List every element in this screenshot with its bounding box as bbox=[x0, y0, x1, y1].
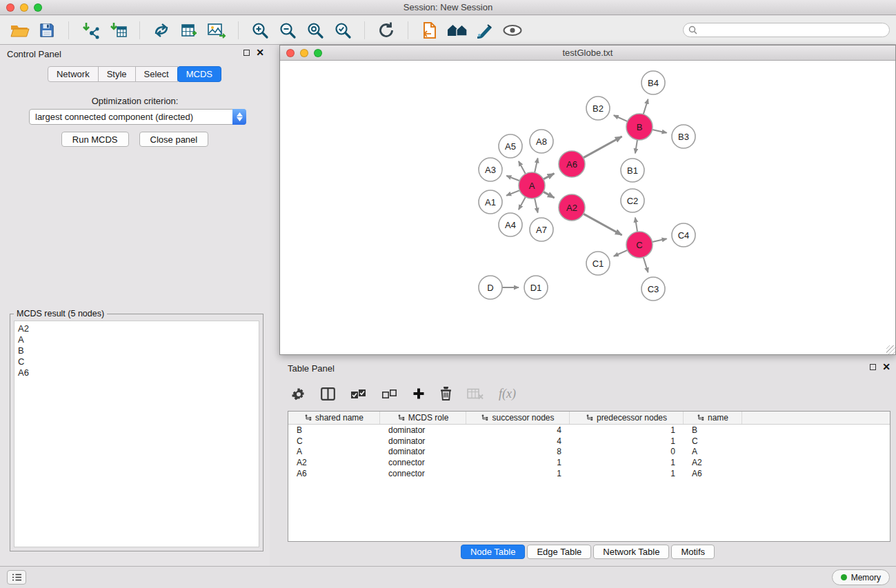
zoom-fit-button[interactable] bbox=[303, 19, 327, 42]
node-C3[interactable]: C3 bbox=[641, 277, 665, 301]
cell-name[interactable]: A6 bbox=[684, 469, 742, 478]
edge-A-A3[interactable] bbox=[506, 176, 519, 181]
save-session-button[interactable] bbox=[35, 19, 59, 42]
import-network-button[interactable] bbox=[79, 19, 102, 42]
zoom-out-button[interactable] bbox=[276, 19, 299, 42]
cell-successor-nodes[interactable]: 1 bbox=[466, 469, 570, 478]
tab-node-table[interactable]: Node Table bbox=[461, 545, 526, 559]
edge-A-A2[interactable] bbox=[544, 192, 555, 198]
node-B[interactable]: B bbox=[626, 114, 653, 140]
run-mcds-button[interactable]: Run MCDS bbox=[61, 132, 129, 147]
edge-B-B3[interactable] bbox=[653, 130, 667, 133]
node-A6[interactable]: A6 bbox=[559, 151, 585, 177]
tab-edge-table[interactable]: Edge Table bbox=[527, 545, 591, 559]
network-window-titlebar[interactable]: testGlobe.txt bbox=[280, 45, 895, 61]
node-C[interactable]: C bbox=[626, 232, 653, 258]
zoom-button[interactable] bbox=[314, 49, 322, 57]
zoom-button[interactable] bbox=[34, 3, 42, 12]
table-row-A2[interactable]: A2connector11A2 bbox=[288, 457, 890, 468]
column-visibility-button[interactable] bbox=[321, 387, 335, 401]
cell-mcds-role[interactable]: dominator bbox=[380, 447, 466, 456]
tab-style[interactable]: Style bbox=[98, 66, 136, 82]
minimize-button[interactable] bbox=[300, 49, 308, 57]
tab-network[interactable]: Network bbox=[48, 66, 99, 82]
task-history-button[interactable] bbox=[7, 570, 26, 585]
show-hide-button[interactable] bbox=[501, 19, 524, 42]
table-row-C[interactable]: Cdominator41C bbox=[288, 436, 890, 447]
node-B3[interactable]: B3 bbox=[672, 125, 695, 148]
edge-A-A8[interactable] bbox=[535, 158, 538, 172]
cell-successor-nodes[interactable]: 1 bbox=[466, 458, 570, 467]
memory-button[interactable]: Memory bbox=[832, 569, 890, 585]
zoom-in-button[interactable] bbox=[248, 19, 272, 42]
edge-A2-C[interactable] bbox=[584, 214, 622, 235]
cell-mcds-role[interactable]: dominator bbox=[380, 425, 466, 435]
edge-A-A7[interactable] bbox=[535, 199, 538, 213]
node-A1[interactable]: A1 bbox=[479, 190, 502, 214]
cell-name[interactable]: A bbox=[684, 447, 742, 456]
cell-shared-name[interactable]: C bbox=[288, 436, 380, 446]
node-C1[interactable]: C1 bbox=[586, 252, 610, 275]
node-A4[interactable]: A4 bbox=[499, 213, 522, 236]
cell-name[interactable]: C bbox=[684, 436, 742, 446]
close-panel-icon[interactable]: ✕ bbox=[256, 49, 264, 56]
float-panel-icon[interactable] bbox=[870, 364, 876, 370]
tab-mcds[interactable]: MCDS bbox=[177, 66, 221, 82]
node-B4[interactable]: B4 bbox=[641, 71, 665, 94]
minimize-button[interactable] bbox=[20, 3, 28, 12]
edge-C-C2[interactable] bbox=[635, 218, 637, 232]
node-A[interactable]: A bbox=[519, 172, 545, 199]
column-header-name[interactable]: name bbox=[684, 412, 742, 424]
cell-shared-name[interactable]: B bbox=[288, 425, 380, 435]
column-header-successor-nodes[interactable]: successor nodes bbox=[466, 412, 570, 424]
cell-predecessor-nodes[interactable]: 1 bbox=[570, 458, 684, 467]
cell-successor-nodes[interactable]: 4 bbox=[466, 425, 570, 435]
node-A7[interactable]: A7 bbox=[530, 218, 553, 241]
mcds-result-list[interactable]: A2ABCA6 bbox=[14, 321, 259, 547]
node-A8[interactable]: A8 bbox=[530, 130, 553, 153]
node-A2[interactable]: A2 bbox=[559, 194, 585, 221]
table-row-A6[interactable]: A6connector11A6 bbox=[288, 468, 890, 479]
cell-successor-nodes[interactable]: 8 bbox=[466, 447, 570, 456]
cell-predecessor-nodes[interactable]: 1 bbox=[570, 469, 684, 478]
delete-table-button[interactable] bbox=[467, 388, 484, 400]
cell-name[interactable]: A2 bbox=[684, 458, 742, 467]
result-item-A2[interactable]: A2 bbox=[18, 323, 255, 334]
new-table-button[interactable] bbox=[177, 19, 201, 42]
dropdown-stepper-icon[interactable] bbox=[232, 109, 246, 125]
node-C4[interactable]: C4 bbox=[672, 223, 695, 247]
edge-A-A1[interactable] bbox=[506, 190, 519, 196]
edge-B-B2[interactable] bbox=[614, 115, 628, 121]
cell-mcds-role[interactable]: dominator bbox=[380, 436, 466, 446]
open-recent-file-button[interactable] bbox=[418, 19, 441, 42]
result-item-A[interactable]: A bbox=[18, 334, 255, 345]
import-table-button[interactable] bbox=[106, 19, 130, 42]
table-row-B[interactable]: Bdominator41B bbox=[288, 425, 890, 436]
zoom-selected-button[interactable] bbox=[331, 19, 355, 42]
node-D[interactable]: D bbox=[479, 276, 502, 299]
result-item-B[interactable]: B bbox=[18, 345, 255, 356]
deselect-all-button[interactable] bbox=[381, 388, 397, 400]
search-input[interactable] bbox=[700, 26, 884, 35]
cell-shared-name[interactable]: A2 bbox=[288, 458, 380, 467]
network-canvas[interactable]: B4B2BB3A5A8A6A3B1AC2A1A2A4A7C4CC1C3DD1 bbox=[280, 61, 895, 354]
add-column-button[interactable] bbox=[412, 387, 425, 400]
close-panel-button[interactable]: Close panel bbox=[139, 132, 209, 147]
close-panel-icon[interactable]: ✕ bbox=[882, 363, 890, 370]
edge-A6-B[interactable] bbox=[584, 136, 622, 158]
node-D1[interactable]: D1 bbox=[524, 276, 548, 299]
tab-motifs[interactable]: Motifs bbox=[671, 545, 715, 559]
cell-shared-name[interactable]: A6 bbox=[288, 469, 380, 478]
edge-A-A6[interactable] bbox=[544, 174, 555, 179]
edge-C-C1[interactable] bbox=[614, 250, 628, 256]
search-field[interactable] bbox=[683, 23, 890, 37]
close-button[interactable] bbox=[286, 49, 295, 57]
edge-B-B1[interactable] bbox=[635, 140, 637, 154]
cell-mcds-role[interactable]: connector bbox=[380, 458, 466, 467]
edge-B-B4[interactable] bbox=[644, 99, 648, 114]
network-graph[interactable]: B4B2BB3A5A8A6A3B1AC2A1A2A4A7C4CC1C3DD1 bbox=[280, 61, 895, 354]
cell-successor-nodes[interactable]: 4 bbox=[466, 436, 570, 446]
cell-predecessor-nodes[interactable]: 1 bbox=[570, 436, 684, 446]
resize-grip[interactable] bbox=[886, 345, 895, 354]
cell-name[interactable]: B bbox=[684, 425, 742, 435]
